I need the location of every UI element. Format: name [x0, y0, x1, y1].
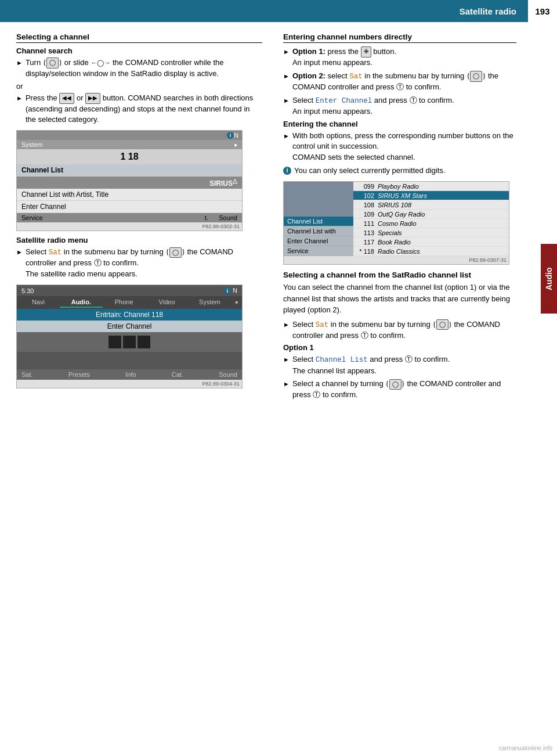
both-options-text: With both options, press the correspondi…	[292, 131, 516, 164]
info-text: You can only select currently permitted …	[294, 165, 445, 177]
prev-btn-icon: ◀◀	[59, 93, 74, 104]
arrow-icon-3: ►	[16, 248, 23, 280]
selecting-channel-section: Selecting a channel Channel search ► Tur…	[16, 33, 262, 388]
sub-sound: Sound	[219, 371, 237, 378]
rotary-icon: ◯	[46, 57, 59, 69]
rotary-icon-r: ◯	[470, 71, 482, 82]
arrow-icon: ►	[16, 59, 23, 80]
nav-navi: Navi	[17, 297, 60, 308]
selecting-channel-heading: Selecting a channel	[16, 33, 262, 43]
channel-list-select-text: Select Channel List and press Ⓣ to confi…	[292, 354, 516, 376]
arrow-icon-r6: ►	[283, 355, 290, 376]
channel-num-109: 109	[356, 211, 374, 218]
bullet-enter-channel: ► Select Enter Channel and press Ⓣ to co…	[283, 95, 516, 117]
screen2-container: 5:30 i N Navi Audio. Phone Video System …	[16, 285, 243, 388]
nav-audio: Audio.	[60, 297, 103, 308]
arrow-icon-r7: ►	[283, 380, 290, 401]
channel-name-118: Radio Classics	[378, 248, 420, 255]
option2-text: Option 2: select Sat in the submenu bar …	[292, 71, 516, 93]
screen1-topbar: i N	[17, 131, 242, 140]
header-bar: Satellite radio 193	[0, 0, 557, 22]
bullet-turn-text: Turn {◯} or slide ←◯→ the COMAND control…	[26, 57, 262, 80]
screen2-time: 5:30	[21, 287, 34, 294]
channel-row-118: * 118 Radio Classics	[353, 247, 509, 256]
page-content: Selecting a channel Channel search ► Tur…	[0, 22, 557, 404]
system-label: System	[21, 141, 43, 148]
bullet-channel-list-select: ► Select Channel List and press Ⓣ to con…	[283, 354, 516, 376]
select-channel-rotary-text: Select a channel by turning {◯} the COMA…	[292, 379, 516, 401]
header-title: Satellite radio	[460, 6, 516, 16]
screen3-menu-channel-artist: Channel List with	[284, 226, 353, 236]
bullet-option1: ► Option 1: press the ✙ button. An input…	[283, 46, 516, 69]
sat-keyword: Sat	[49, 249, 62, 257]
channel-row-111: 111 Cosmo Radio	[353, 219, 509, 228]
left-column: Selecting a channel Channel search ► Tur…	[0, 33, 273, 404]
bullet-select-sat-text: Select Sat in the submenu bar by turning…	[26, 247, 262, 280]
channel-num-099: 099	[356, 183, 374, 190]
sub-info: Info	[125, 371, 136, 378]
entering-channel-subheading: Entering the channel	[283, 120, 516, 128]
right-column: Entering channel numbers directly ► Opti…	[273, 33, 545, 404]
option1-heading: Option 1	[283, 343, 516, 352]
sirius-logo: SIRIUS△	[17, 177, 242, 189]
bullet-press-text: Press the ◀◀ or ▶▶ button. COMAND search…	[26, 93, 262, 126]
bottom-right-label: t. Sound	[205, 214, 237, 221]
screen1-container: i N System ● 1 18 Channel List SIRIUS△ C…	[16, 130, 243, 231]
hash-btn-icon: ✙	[361, 46, 371, 57]
channel-row-102: 102 SIRIUS XM Stars	[353, 191, 509, 200]
arrow-icon-2: ►	[16, 94, 23, 126]
sat-radio-menu-label: Satellite radio menu	[16, 236, 262, 244]
channel-row-113: 113 Specials	[353, 228, 509, 237]
nav-video: Video	[146, 297, 189, 308]
block3	[138, 336, 150, 348]
screen3-menu-col: Channel List Channel List with Enter Cha…	[284, 182, 353, 256]
screen2-nav: Navi Audio. Phone Video System ●	[17, 296, 242, 309]
channel-number-display: 1 18	[17, 149, 242, 164]
system-dot: ●	[234, 142, 237, 148]
channel-row-117: 117 Book Radio	[353, 237, 509, 247]
channel-list-keyword: Channel List	[316, 356, 368, 364]
block2	[123, 336, 136, 348]
sub-presets: Presets	[68, 371, 90, 378]
screen3-container: Channel List Channel List with Enter Cha…	[283, 181, 509, 265]
channel-num-118: * 118	[356, 248, 374, 255]
nav-dot: ●	[231, 297, 242, 308]
rotary-icon-r2: ◯	[436, 319, 449, 330]
bullet-both-options: ► With both options, press the correspon…	[283, 131, 516, 164]
channel-num-117: 117	[356, 239, 374, 246]
screen2-blocks	[17, 332, 242, 352]
bullet-select-sat: ► Select Sat in the submenu bar by turni…	[16, 247, 262, 280]
page-number: 193	[528, 0, 557, 22]
watermark: carmanualonline.info	[499, 745, 552, 751]
info-circle-icon-r: i	[283, 167, 291, 175]
arrow-icon-r2: ►	[283, 72, 290, 93]
channel-name-108: SIRIUS 108	[378, 201, 411, 208]
screen2-enter-channel: Enter Channel	[17, 321, 242, 332]
screen1-n: N	[234, 132, 238, 139]
screen3-wrapper: Channel List Channel List with Enter Cha…	[284, 182, 509, 256]
nav-system: System	[189, 297, 232, 308]
arrow-icon-r3: ►	[283, 96, 290, 117]
channel-name-117: Book Radio	[378, 239, 411, 246]
menu-item-channel-list: Channel List	[17, 164, 242, 177]
sub-cat: Cat.	[172, 371, 183, 378]
screen2-code: P82.89-0304-31	[17, 380, 242, 388]
screen2-subbar: Sat. Presets Info Cat. Sound	[17, 369, 242, 380]
screen3-menu-channel-list: Channel List	[284, 217, 353, 226]
option1-text: Option 1: press the ✙ button. An input m…	[292, 46, 516, 69]
bullet-press: ► Press the ◀◀ or ▶▶ button. COMAND sear…	[16, 93, 262, 126]
option2-label: Option 2:	[292, 71, 325, 80]
channel-search-heading: Channel search	[16, 46, 262, 55]
info-circle-icon: i	[227, 132, 234, 139]
menu-item-channel-list-artist: Channel List with Artist, Title	[17, 189, 242, 201]
channel-name-111: Cosmo Radio	[378, 220, 417, 227]
screen2-topbar: 5:30 i N	[17, 285, 242, 296]
channel-name-109: OutQ Gay Radio	[378, 211, 425, 218]
bullet-turn: ► Turn {◯} or slide ←◯→ the COMAND contr…	[16, 57, 262, 80]
channel-row-108: 108 SIRIUS 108	[353, 200, 509, 210]
select-sat-r-text: Select Sat in the submenu bar by turning…	[292, 319, 516, 341]
screen3-code: P82.89-0307-31	[284, 256, 509, 264]
arrow-icon-r4: ►	[283, 132, 290, 164]
sat-keyword-r2: Sat	[316, 321, 329, 329]
channel-num-113: 113	[356, 229, 374, 236]
